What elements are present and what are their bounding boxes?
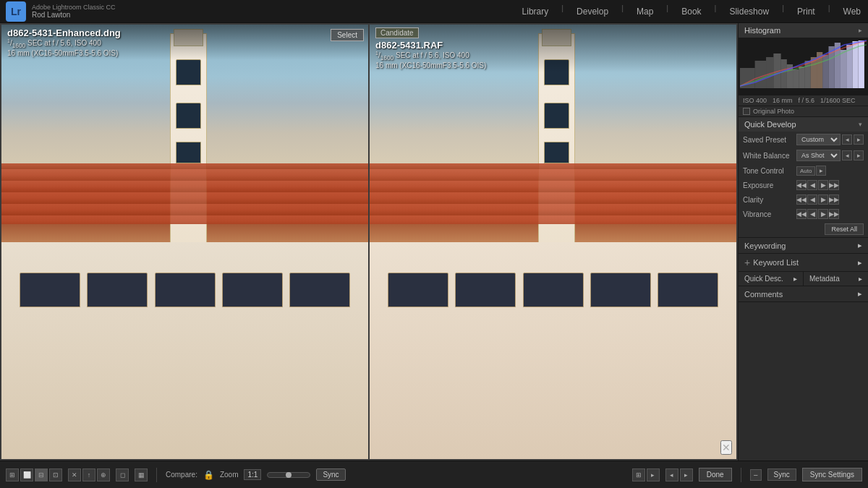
keyword-list-row[interactable]: + Keyword List ▸: [739, 254, 868, 272]
saved-preset-prev[interactable]: ◂: [842, 134, 852, 145]
zoom-label: Zoom: [220, 471, 239, 479]
close-button[interactable]: ✕: [720, 440, 732, 455]
sync-button[interactable]: Sync: [316, 468, 345, 481]
sync-right-button[interactable]: Sync: [767, 468, 796, 481]
svg-rect-7: [799, 67, 804, 88]
comments-row[interactable]: Comments ▸: [739, 286, 868, 302]
vibrance-rr[interactable]: ▶▶: [829, 209, 839, 219]
vibrance-l[interactable]: ◀: [807, 209, 817, 219]
y-icon[interactable]: ↑: [82, 468, 95, 481]
comments-arrow: ▸: [858, 289, 862, 299]
vibrance-arrows: ◀◀ ◀ ▶ ▶▶: [796, 209, 839, 219]
exposure-label: Exposure: [743, 181, 793, 189]
exposure-r[interactable]: ▶: [818, 180, 828, 190]
zoom-slider[interactable]: [267, 472, 310, 478]
keyword-list-arrow: ▸: [858, 258, 862, 267]
nav-develop[interactable]: Develop: [575, 4, 610, 20]
metadata-item[interactable]: Metadata ▸: [804, 272, 868, 286]
quick-develop-arrow: ▾: [859, 121, 862, 128]
exposure-rr[interactable]: ▶▶: [829, 180, 839, 190]
saved-preset-row: Saved Preset Custom ◂ ▸: [739, 132, 868, 147]
done-button[interactable]: Done: [699, 468, 732, 481]
nav-arrows: ◂ ▸: [665, 468, 693, 481]
metadata-label: Metadata: [809, 275, 840, 283]
left-image-panel: d862-5431-Enhanced.dng 1/1600 SEC at f /…: [1, 25, 368, 459]
sync-settings-button[interactable]: Sync Settings: [802, 468, 862, 481]
separator-2: [741, 468, 741, 482]
keyword-list-plus[interactable]: +: [744, 257, 750, 268]
comments-label: Comments: [744, 290, 783, 299]
saved-preset-select[interactable]: Custom: [796, 134, 841, 145]
app-name: Adobe Lightroom Classic CC: [32, 4, 116, 11]
arrow-icon[interactable]: ▸: [647, 468, 660, 481]
clarity-ll[interactable]: ◀◀: [796, 194, 807, 205]
loupe-icon[interactable]: ⬜: [20, 468, 33, 481]
white-balance-prev[interactable]: ◂: [842, 150, 852, 160]
nav-prev-icon[interactable]: ⊞: [632, 468, 645, 481]
right-meta: 1/1600 SEC at f / 5.6, ISO 400: [375, 51, 731, 61]
exposure-row: Exposure ◀◀ ◀ ▶ ▶▶: [739, 178, 868, 192]
app-info: Adobe Lightroom Classic CC Rod Lawton: [32, 4, 116, 19]
keywording-row[interactable]: Keywording ▸: [739, 238, 868, 254]
toolbar-icon-group-2: ✕ ↑ ⊕: [68, 468, 110, 481]
keywording-label: Keywording: [744, 241, 786, 250]
original-photo-checkbox[interactable]: [743, 108, 750, 115]
select-button[interactable]: Select: [331, 29, 364, 41]
right-panel: Histogram ▸: [738, 23, 868, 461]
nav-slideshow[interactable]: Slideshow: [728, 4, 770, 20]
tone-ctrl-arrow[interactable]: ▸: [816, 166, 826, 176]
vibrance-label: Vibrance: [743, 210, 793, 218]
clarity-arrows: ◀◀ ◀ ▶ ▶▶: [796, 194, 839, 205]
histogram-arrow: ▸: [859, 27, 862, 34]
lock-icon[interactable]: 🔒: [203, 470, 214, 480]
white-balance-label: White Balance: [743, 152, 793, 160]
survey-icon[interactable]: ⊡: [49, 468, 62, 481]
right-panel-header: Candidate d862-5431.RAF 1/1600 SEC at f …: [370, 25, 736, 72]
clarity-r[interactable]: ▶: [818, 194, 828, 205]
compare-icon[interactable]: ⊟: [35, 468, 48, 481]
white-balance-control: As Shot ◂ ▸: [796, 150, 864, 161]
nav-print[interactable]: Print: [796, 4, 817, 20]
quick-develop-header[interactable]: Quick Develop ▾: [739, 117, 868, 132]
histogram-header[interactable]: Histogram ▸: [739, 23, 868, 38]
nav-library[interactable]: Library: [521, 4, 550, 20]
nav-web[interactable]: Web: [842, 4, 862, 20]
white-balance-select[interactable]: As Shot: [796, 150, 841, 161]
z-icon[interactable]: ⊕: [97, 468, 110, 481]
histogram-title: Histogram: [744, 26, 780, 35]
exposure-l[interactable]: ◀: [807, 180, 817, 190]
tone-control-row: Tone Control Auto ▸: [739, 163, 868, 178]
lr-logo: Lr: [6, 1, 26, 22]
left-arrow-icon[interactable]: ◂: [665, 468, 678, 481]
left-filename: d862-5431-Enhanced.dng: [7, 27, 362, 38]
square-icon[interactable]: ◻: [116, 468, 129, 481]
right-filename: d862-5431.RAF: [375, 40, 731, 51]
minus-button[interactable]: −: [750, 469, 762, 481]
svg-rect-17: [859, 40, 864, 88]
grid-icon[interactable]: ⊞: [6, 468, 19, 481]
tone-auto-btn[interactable]: Auto: [796, 166, 815, 176]
left-focal: 16 mm (XC16-50mmF3.5-5.6 OIS): [7, 49, 362, 57]
clarity-l[interactable]: ◀: [807, 194, 817, 205]
svg-rect-14: [841, 50, 846, 88]
toolbar-icon-group-right: ⊞ ▸: [632, 468, 660, 481]
tone-control-control: Auto ▸: [796, 166, 864, 176]
candidate-tag: Candidate: [375, 27, 419, 38]
quick-desc-item[interactable]: Quick Desc. ▸: [739, 272, 803, 286]
quick-desc-metadata-row: Quick Desc. ▸ Metadata ▸: [739, 272, 868, 286]
reset-all-button[interactable]: Reset All: [825, 223, 864, 235]
vibrance-ll[interactable]: ◀◀: [796, 209, 807, 219]
x-icon[interactable]: ✕: [68, 468, 81, 481]
vibrance-r[interactable]: ▶: [818, 209, 828, 219]
saved-preset-next[interactable]: ▸: [854, 134, 864, 145]
film-icon[interactable]: ▦: [135, 468, 148, 481]
nav-menu: Library | Develop | Map | Book | Slidesh…: [521, 4, 862, 20]
nav-map[interactable]: Map: [635, 4, 655, 20]
white-balance-next[interactable]: ▸: [854, 150, 864, 160]
clarity-rr[interactable]: ▶▶: [829, 194, 839, 205]
right-arrow-icon[interactable]: ▸: [680, 468, 693, 481]
exposure-ll[interactable]: ◀◀: [796, 180, 807, 190]
exposure-arrows: ◀◀ ◀ ▶ ▶▶: [796, 180, 839, 190]
nav-book[interactable]: Book: [680, 4, 702, 20]
keywording-arrow: ▸: [858, 241, 862, 250]
